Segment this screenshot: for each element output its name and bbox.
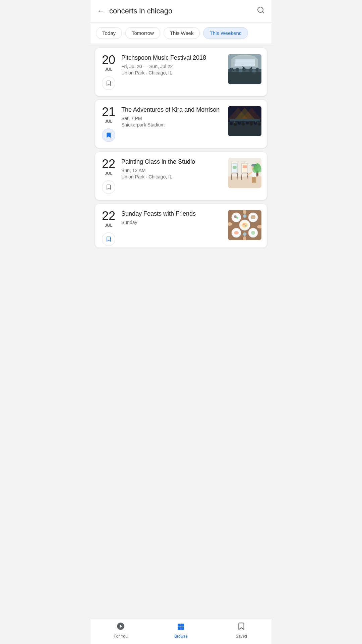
- event-day-4: 22: [102, 210, 115, 222]
- svg-point-61: [252, 167, 257, 173]
- event-date-3: 22 JUL: [101, 158, 117, 194]
- svg-point-28: [238, 121, 241, 125]
- event-day-2: 21: [102, 106, 115, 118]
- event-image-2: [228, 106, 261, 136]
- event-time-1: Fri, Jul 20 — Sun, Jul 22: [121, 64, 223, 69]
- svg-point-84: [243, 232, 246, 236]
- event-date-2: 21 JUL: [101, 106, 117, 142]
- event-month-2: JUL: [105, 119, 112, 124]
- svg-rect-54: [252, 177, 254, 183]
- filter-this-week[interactable]: This Week: [164, 27, 200, 39]
- event-card-3[interactable]: 22 JUL Painting Class in the Studio Sun,…: [95, 152, 267, 200]
- event-info-3: Painting Class in the Studio Sun, 12 AM …: [121, 158, 223, 179]
- svg-rect-51: [243, 165, 247, 168]
- svg-point-33: [258, 122, 261, 126]
- svg-rect-39: [228, 176, 261, 188]
- svg-point-31: [250, 122, 253, 125]
- event-location-1: Union Park · Chicago, IL: [121, 70, 223, 75]
- svg-rect-55: [254, 177, 256, 183]
- svg-line-1: [262, 12, 264, 13]
- event-title-2: The Adventures of Kira and Morrison: [121, 106, 223, 114]
- event-card-2[interactable]: 21 JUL The Adventures of Kira and Morris…: [95, 100, 267, 148]
- event-image-4: [228, 210, 261, 240]
- svg-point-67: [234, 215, 237, 218]
- event-time-4: Sunday: [121, 220, 223, 225]
- event-info-1: Pitchspoon Music Festival 2018 Fri, Jul …: [121, 54, 223, 75]
- event-image-1: [228, 54, 261, 84]
- event-time-3: Sun, 12 AM: [121, 168, 223, 173]
- event-info-4: Sunday Feasts with Friends Sunday: [121, 210, 223, 226]
- event-card-1[interactable]: 20 JUL Pitchspoon Music Festival 2018 Fr…: [95, 48, 267, 96]
- event-date-4: 22 JUL: [101, 210, 117, 246]
- svg-point-77: [251, 231, 255, 235]
- svg-point-81: [243, 223, 245, 225]
- search-button[interactable]: [257, 6, 265, 16]
- svg-point-7: [229, 68, 232, 72]
- filter-bar: Today Tomorrow This Week This Weekend: [90, 22, 272, 44]
- event-day-1: 20: [102, 54, 115, 66]
- header: ← concerts in chicago: [90, 0, 272, 22]
- svg-point-12: [246, 69, 249, 73]
- search-query: concerts in chicago: [109, 7, 257, 15]
- event-location-3: Union Park · Chicago, IL: [121, 174, 223, 179]
- event-location-2: Snickerpark Stadium: [121, 122, 223, 127]
- filter-tomorrow[interactable]: Tomorrow: [125, 27, 160, 39]
- event-month-1: JUL: [105, 67, 112, 72]
- svg-point-82: [245, 225, 247, 227]
- svg-point-74: [234, 231, 239, 234]
- filter-this-weekend[interactable]: This Weekend: [203, 27, 248, 39]
- svg-point-14: [252, 69, 256, 73]
- svg-rect-71: [251, 215, 255, 219]
- back-button[interactable]: ←: [97, 7, 105, 15]
- svg-point-10: [239, 69, 242, 73]
- event-month-3: JUL: [105, 171, 112, 176]
- bookmark-button-3[interactable]: [102, 180, 115, 194]
- svg-point-8: [232, 69, 236, 73]
- filter-today[interactable]: Today: [96, 27, 122, 39]
- svg-point-26: [230, 122, 233, 125]
- event-card-4[interactable]: 22 JUL Sunday Feasts with Friends Sunday: [95, 204, 267, 248]
- event-month-4: JUL: [105, 223, 112, 228]
- svg-point-16: [258, 69, 261, 73]
- event-time-2: Sat, 7 PM: [121, 116, 223, 121]
- event-info-2: The Adventures of Kira and Morrison Sat,…: [121, 106, 223, 127]
- svg-point-45: [233, 166, 237, 169]
- event-image-3: [228, 158, 261, 188]
- svg-point-83: [243, 214, 246, 218]
- svg-rect-5: [235, 59, 255, 66]
- event-title-4: Sunday Feasts with Friends: [121, 210, 223, 218]
- event-title-3: Painting Class in the Studio: [121, 158, 223, 166]
- event-day-3: 22: [102, 158, 115, 170]
- event-date-1: 20 JUL: [101, 54, 117, 90]
- bookmark-button-2[interactable]: [102, 128, 115, 142]
- svg-point-29: [242, 122, 245, 126]
- svg-point-9: [236, 68, 239, 72]
- events-list: 20 JUL Pitchspoon Music Festival 2018 Fr…: [90, 44, 272, 252]
- bookmark-button-1[interactable]: [102, 76, 115, 90]
- event-title-1: Pitchspoon Music Festival 2018: [121, 54, 223, 62]
- svg-point-68: [236, 217, 238, 219]
- bookmark-button-4[interactable]: [102, 232, 115, 246]
